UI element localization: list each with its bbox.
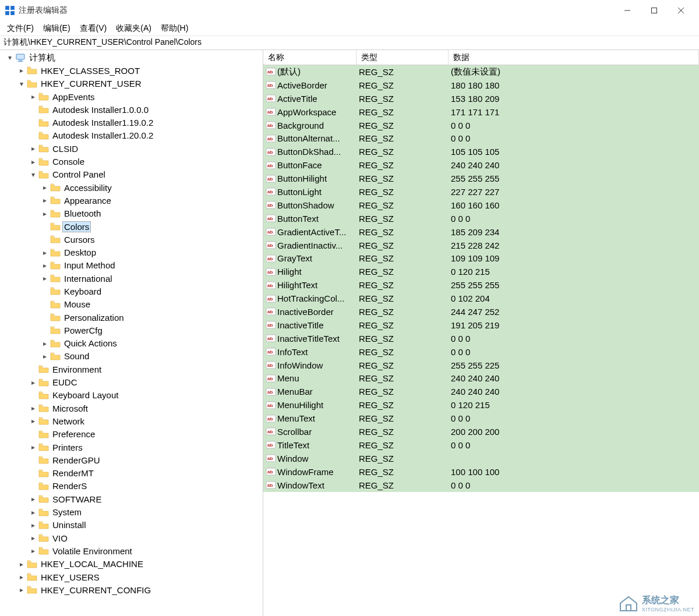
tree-mouse[interactable]: Mouse xyxy=(2,298,263,311)
value-row[interactable]: ab ButtonShadow REG_SZ 160 160 160 xyxy=(263,199,699,212)
value-row[interactable]: ab ButtonFace REG_SZ 240 240 240 xyxy=(263,158,699,172)
chevron-right-icon[interactable]: ▸ xyxy=(28,93,38,101)
chevron-right-icon[interactable]: ▸ xyxy=(28,158,38,166)
tree-bluetooth[interactable]: ▸ Bluetooth xyxy=(2,207,263,220)
minimize-button[interactable] xyxy=(614,2,641,19)
value-row[interactable]: ab GradientActiveT... REG_SZ 185 209 234 xyxy=(263,225,699,239)
tree-uninstall[interactable]: ▸ Uninstall xyxy=(2,519,263,532)
tree-software[interactable]: ▸ SOFTWARE xyxy=(2,493,263,505)
tree-eudc[interactable]: ▸ EUDC xyxy=(2,376,263,388)
chevron-right-icon[interactable]: ▸ xyxy=(40,261,50,270)
value-row[interactable]: ab TitleText REG_SZ 0 0 0 xyxy=(263,438,699,452)
value-row[interactable]: ab MenuBar REG_SZ 240 240 240 xyxy=(263,385,699,398)
tree-vio[interactable]: ▸ VIO xyxy=(2,532,263,544)
tree-control-panel[interactable]: ▾ Control Panel xyxy=(2,168,263,181)
tree-hkcr[interactable]: ▸ HKEY_CLASSES_ROOT xyxy=(2,64,263,77)
value-row[interactable]: ab ButtonDkShad... REG_SZ 105 105 105 xyxy=(263,145,699,158)
tree-root[interactable]: ▾ 计算机 xyxy=(2,51,263,64)
tree-rendermt[interactable]: RenderMT xyxy=(2,467,263,480)
chevron-right-icon[interactable]: ▸ xyxy=(28,144,38,153)
value-row[interactable]: ab ActiveTitle REG_SZ 153 180 209 xyxy=(263,92,699,105)
chevron-right-icon[interactable]: ▸ xyxy=(40,352,50,360)
value-row[interactable]: ab WindowFrame REG_SZ 100 100 100 xyxy=(263,465,699,479)
tree-printers[interactable]: ▸ Printers xyxy=(2,441,263,454)
address-bar[interactable]: 计算机\HKEY_CURRENT_USER\Control Panel\Colo… xyxy=(0,36,699,50)
tree-renders[interactable]: RenderS xyxy=(2,480,263,493)
value-row[interactable]: ab Background REG_SZ 0 0 0 xyxy=(263,119,699,132)
chevron-right-icon[interactable]: ▸ xyxy=(28,508,38,516)
value-row[interactable]: ab Menu REG_SZ 240 240 240 xyxy=(263,371,699,385)
tree-hkcu[interactable]: ▾ HKEY_CURRENT_USER xyxy=(2,77,263,90)
value-row[interactable]: ab MenuText REG_SZ 0 0 0 xyxy=(263,412,699,425)
value-row[interactable]: ab InfoWindow REG_SZ 255 255 225 xyxy=(263,359,699,372)
tree-input-method[interactable]: ▸ Input Method xyxy=(2,259,263,272)
tree-pane[interactable]: ▾ 计算机 ▸ HKEY_CLASSES_ROOT ▾ HKEY_CURRENT… xyxy=(0,50,263,616)
chevron-right-icon[interactable]: ▸ xyxy=(16,573,27,581)
value-row[interactable]: ab InfoText REG_SZ 0 0 0 xyxy=(263,345,699,359)
chevron-right-icon[interactable]: ▸ xyxy=(40,183,50,192)
tree-keyboard-layout[interactable]: Keyboard Layout xyxy=(2,389,263,402)
tree-autodesk-installer1-0-0-0[interactable]: Autodesk Installer1.0.0.0 xyxy=(2,103,263,116)
chevron-right-icon[interactable]: ▸ xyxy=(16,560,27,568)
tree-accessibility[interactable]: ▸ Accessibility xyxy=(2,181,263,194)
tree-preference[interactable]: Preference xyxy=(2,428,263,441)
chevron-right-icon[interactable]: ▸ xyxy=(28,404,38,412)
chevron-right-icon[interactable]: ▸ xyxy=(40,339,50,348)
close-button[interactable] xyxy=(668,2,694,19)
tree-hklm[interactable]: ▸ HKEY_LOCAL_MACHINE xyxy=(2,558,263,571)
value-row[interactable]: ab ActiveBorder REG_SZ 180 180 180 xyxy=(263,79,699,92)
menu-favorites[interactable]: 收藏夹(A) xyxy=(111,22,156,35)
value-row[interactable]: ab ButtonLight REG_SZ 227 227 227 xyxy=(263,185,699,199)
chevron-right-icon[interactable]: ▸ xyxy=(28,417,38,425)
tree-personalization[interactable]: Personalization xyxy=(2,311,263,324)
tree-hkcc[interactable]: ▸ HKEY_CURRENT_CONFIG xyxy=(2,583,263,596)
chevron-right-icon[interactable]: ▸ xyxy=(28,534,38,542)
chevron-right-icon[interactable]: ▸ xyxy=(40,196,50,204)
column-data[interactable]: 数据 xyxy=(449,50,699,65)
value-row[interactable]: ab ButtonAlternat... REG_SZ 0 0 0 xyxy=(263,132,699,145)
tree-quick-actions[interactable]: ▸ Quick Actions xyxy=(2,337,263,350)
tree-environment[interactable]: Environment xyxy=(2,363,263,376)
menu-edit[interactable]: 编辑(E) xyxy=(38,22,75,35)
maximize-button[interactable] xyxy=(641,2,668,19)
tree-cursors[interactable]: Cursors xyxy=(2,233,263,246)
value-row[interactable]: ab ButtonHilight REG_SZ 255 255 255 xyxy=(263,172,699,185)
chevron-right-icon[interactable]: ▸ xyxy=(28,378,38,387)
tree-network[interactable]: ▸ Network xyxy=(2,415,263,427)
value-row[interactable]: ab Window REG_SZ xyxy=(263,452,699,465)
value-row[interactable]: ab MenuHilight REG_SZ 0 120 215 xyxy=(263,398,699,412)
tree-keyboard[interactable]: Keyboard xyxy=(2,285,263,298)
chevron-right-icon[interactable]: ▸ xyxy=(28,443,38,451)
value-row[interactable]: ab InactiveTitle REG_SZ 191 205 219 xyxy=(263,318,699,332)
tree-console[interactable]: ▸ Console xyxy=(2,155,263,168)
tree-microsoft[interactable]: ▸ Microsoft xyxy=(2,402,263,415)
menu-help[interactable]: 帮助(H) xyxy=(156,22,193,35)
chevron-right-icon[interactable]: ▸ xyxy=(40,249,50,257)
tree-system[interactable]: ▸ System xyxy=(2,505,263,518)
tree-autodesk-installer1-19-0-2[interactable]: Autodesk Installer1.19.0.2 xyxy=(2,116,263,129)
value-row[interactable]: ab InactiveTitleText REG_SZ 0 0 0 xyxy=(263,332,699,345)
column-type[interactable]: 类型 xyxy=(356,50,449,65)
tree-hku[interactable]: ▸ HKEY_USERS xyxy=(2,571,263,583)
tree-clsid[interactable]: ▸ CLSID xyxy=(2,142,263,155)
menu-file[interactable]: 文件(F) xyxy=(2,22,38,35)
value-row[interactable]: ab HotTrackingCol... REG_SZ 0 102 204 xyxy=(263,292,699,305)
tree-colors[interactable]: Colors xyxy=(2,220,263,233)
chevron-right-icon[interactable]: ▸ xyxy=(28,521,38,529)
value-row[interactable]: ab Hilight REG_SZ 0 120 215 xyxy=(263,265,699,278)
chevron-down-icon[interactable]: ▾ xyxy=(28,171,38,179)
chevron-right-icon[interactable]: ▸ xyxy=(16,66,27,75)
tree-desktop[interactable]: ▸ Desktop xyxy=(2,246,263,259)
values-pane[interactable]: 名称 类型 数据 ab (默认) REG_SZ (数值未设置) ab Activ… xyxy=(263,50,699,616)
value-row[interactable]: ab ButtonText REG_SZ 0 0 0 xyxy=(263,212,699,225)
tree-international[interactable]: ▸ International xyxy=(2,272,263,285)
tree-sound[interactable]: ▸ Sound xyxy=(2,350,263,363)
chevron-down-icon[interactable]: ▾ xyxy=(5,54,15,62)
value-row[interactable]: ab WindowText REG_SZ 0 0 0 xyxy=(263,479,699,492)
chevron-down-icon[interactable]: ▾ xyxy=(16,80,27,88)
tree-appearance[interactable]: ▸ Appearance xyxy=(2,194,263,207)
value-row[interactable]: ab GrayText REG_SZ 109 109 109 xyxy=(263,252,699,265)
value-row[interactable]: ab AppWorkspace REG_SZ 171 171 171 xyxy=(263,105,699,119)
chevron-right-icon[interactable]: ▸ xyxy=(28,495,38,503)
value-row[interactable]: ab (默认) REG_SZ (数值未设置) xyxy=(263,65,699,79)
